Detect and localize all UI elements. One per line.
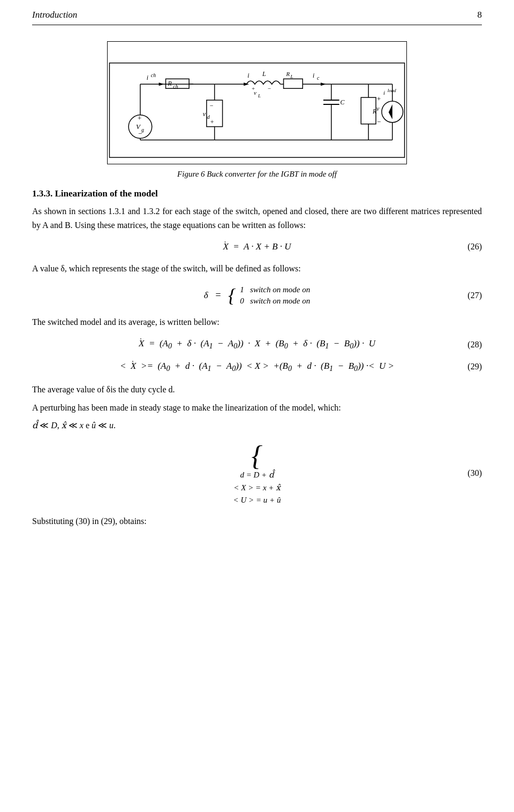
section-number: 1.3.3.	[32, 188, 52, 199]
equation-26-block: · X = A · X + B · U (26)	[32, 241, 482, 252]
chapter-title: Introduction	[32, 10, 77, 20]
eq26-number: (26)	[467, 242, 482, 252]
equation-26: · X = A · X + B · U	[223, 241, 291, 252]
figure-section: V g + − i ch R ch v d	[32, 41, 482, 179]
svg-text:i: i	[147, 74, 148, 81]
hat-line: d̂ ≪ D, x̂ ≪ x e û ≪ u.	[32, 419, 482, 432]
svg-marker-52	[389, 104, 392, 119]
svg-text:L: L	[262, 70, 266, 78]
svg-text:−: −	[210, 102, 214, 109]
eq30-number: (30)	[467, 468, 482, 478]
svg-text:C: C	[341, 98, 345, 106]
equation-27: δ = { 1 switch on mode on 0 switch on mo…	[204, 285, 310, 306]
delta-description: A value δ, which represents the stage of…	[32, 262, 482, 276]
circuit-diagram: V g + − i ch R ch v d	[107, 41, 407, 164]
svg-text:v: v	[376, 105, 380, 112]
circuit-svg: V g + − i ch R ch v d	[108, 42, 406, 164]
svg-text:+: +	[210, 118, 214, 126]
page-number: 8	[478, 10, 482, 20]
svg-text:ch: ch	[151, 72, 156, 78]
svg-rect-27	[284, 79, 303, 88]
svg-text:i: i	[383, 89, 385, 96]
intro-paragraph: As shown in sections 1.3.1 and 1.3.2 for…	[32, 204, 482, 232]
page-header: Introduction 8	[32, 0, 482, 25]
svg-text:R: R	[286, 71, 290, 77]
substituting-text: Substituting (30) in (29), obtains:	[32, 514, 482, 528]
eq29-number: (29)	[467, 362, 482, 371]
eq28-number: (28)	[467, 340, 482, 350]
svg-text:−: −	[377, 118, 381, 126]
equation-30-block: { d = D + d̂ < X > = x + x̂ < U > = u + …	[32, 442, 482, 505]
perturbing-text: A perturbing has been made in steady sta…	[32, 401, 482, 415]
section-body: 1.3.3. Linearization of the model As sho…	[32, 188, 482, 528]
svg-text:−: −	[138, 130, 142, 138]
svg-text:L: L	[258, 93, 261, 98]
average-value-text: The average value of δis the duty cycle …	[32, 383, 482, 397]
svg-text:ch: ch	[173, 84, 178, 89]
svg-text:d: d	[207, 114, 210, 120]
eq27-number: (27)	[467, 291, 482, 300]
equation-28: · X = (A0 + δ · (A1 − A0)) · X + (B0 + δ…	[139, 338, 375, 351]
svg-text:+: +	[252, 85, 255, 92]
switched-model-text: The switched model and its average, is w…	[32, 315, 482, 329]
equation-29: < · X >= (A0 + d · (A1 − A0)) < X > +(B0…	[120, 361, 394, 373]
svg-text:+: +	[377, 95, 381, 103]
svg-text:V: V	[136, 123, 141, 131]
svg-text:i: i	[313, 72, 314, 79]
equation-28-block: · X = (A0 + δ · (A1 − A0)) · X + (B0 + δ…	[32, 338, 482, 351]
svg-text:v: v	[203, 110, 206, 118]
svg-marker-38	[321, 82, 326, 86]
svg-text:c: c	[317, 75, 320, 81]
svg-text:+: +	[138, 115, 141, 122]
equation-30: { d = D + d̂ < X > = x + x̂ < U > = u + …	[233, 442, 281, 505]
section-title: Linearization of the model	[55, 188, 158, 199]
figure-caption: Figure 6 Buck converter for the IGBT in …	[177, 170, 337, 179]
svg-text:R: R	[167, 80, 172, 87]
svg-marker-9	[159, 82, 164, 86]
equation-29-block: < · X >= (A0 + d · (A1 − A0)) < X > +(B0…	[32, 361, 482, 373]
svg-marker-31	[244, 82, 249, 86]
section-heading: 1.3.3. Linearization of the model	[32, 188, 482, 199]
svg-text:−: −	[268, 85, 271, 92]
equation-27-block: δ = { 1 switch on mode on 0 switch on mo…	[32, 285, 482, 306]
svg-text:i: i	[247, 72, 249, 79]
